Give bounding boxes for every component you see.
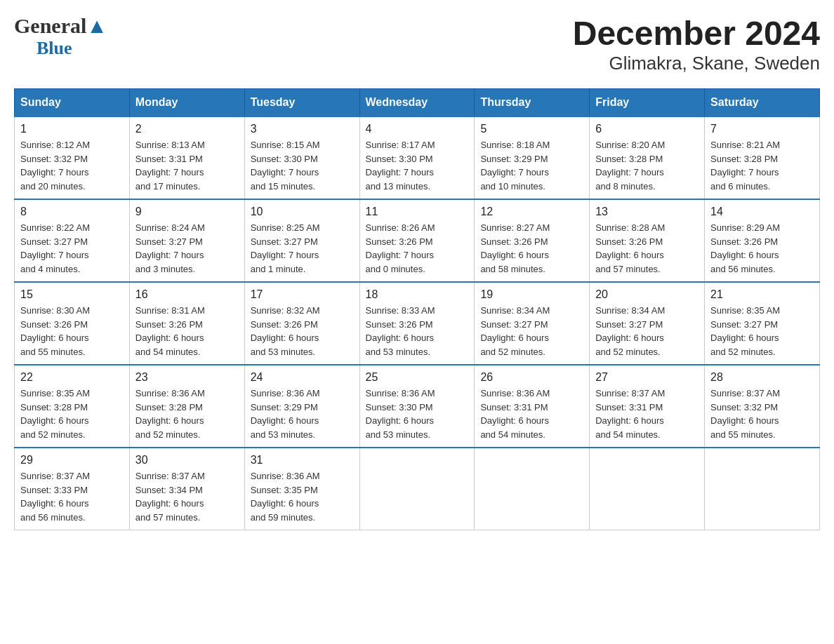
calendar-cell: 20 Sunrise: 8:34 AMSunset: 3:27 PMDaylig… xyxy=(590,282,705,365)
calendar-cell: 9 Sunrise: 8:24 AMSunset: 3:27 PMDayligh… xyxy=(129,199,244,282)
calendar-cell xyxy=(590,448,705,530)
calendar-cell: 6 Sunrise: 8:20 AMSunset: 3:28 PMDayligh… xyxy=(590,116,705,199)
calendar-cell: 11 Sunrise: 8:26 AMSunset: 3:26 PMDaylig… xyxy=(359,199,475,282)
calendar-cell: 1 Sunrise: 8:12 AMSunset: 3:32 PMDayligh… xyxy=(15,116,130,199)
day-number: 2 xyxy=(135,123,239,135)
calendar-cell: 4 Sunrise: 8:17 AMSunset: 3:30 PMDayligh… xyxy=(359,116,475,199)
calendar-cell: 29 Sunrise: 8:37 AMSunset: 3:33 PMDaylig… xyxy=(15,448,130,530)
title-block: December 2024 Glimakra, Skane, Sweden xyxy=(573,14,820,74)
day-number: 29 xyxy=(20,454,124,467)
page-header: General▲ Blue December 2024 Glimakra, Sk… xyxy=(14,14,820,74)
calendar-cell: 19 Sunrise: 8:34 AMSunset: 3:27 PMDaylig… xyxy=(475,282,590,365)
day-info: Sunrise: 8:29 AMSunset: 3:26 PMDaylight:… xyxy=(710,221,814,276)
calendar-cell: 23 Sunrise: 8:36 AMSunset: 3:28 PMDaylig… xyxy=(129,365,244,448)
day-info: Sunrise: 8:32 AMSunset: 3:26 PMDaylight:… xyxy=(251,304,354,358)
day-number: 3 xyxy=(251,123,354,135)
day-number: 17 xyxy=(251,288,354,301)
day-number: 16 xyxy=(135,288,239,301)
day-info: Sunrise: 8:37 AMSunset: 3:34 PMDaylight:… xyxy=(135,469,239,524)
calendar-cell: 2 Sunrise: 8:13 AMSunset: 3:31 PMDayligh… xyxy=(129,116,244,199)
calendar-cell: 22 Sunrise: 8:35 AMSunset: 3:28 PMDaylig… xyxy=(15,365,130,448)
calendar-table: Sunday Monday Tuesday Wednesday Thursday… xyxy=(14,88,820,530)
day-number: 14 xyxy=(710,206,814,218)
day-info: Sunrise: 8:36 AMSunset: 3:35 PMDaylight:… xyxy=(251,469,354,524)
week-row-3: 15 Sunrise: 8:30 AMSunset: 3:26 PMDaylig… xyxy=(15,282,820,365)
day-info: Sunrise: 8:25 AMSunset: 3:27 PMDaylight:… xyxy=(251,221,354,276)
week-row-4: 22 Sunrise: 8:35 AMSunset: 3:28 PMDaylig… xyxy=(15,365,820,448)
calendar-cell: 16 Sunrise: 8:31 AMSunset: 3:26 PMDaylig… xyxy=(129,282,244,365)
day-info: Sunrise: 8:30 AMSunset: 3:26 PMDaylight:… xyxy=(20,304,124,358)
day-number: 11 xyxy=(366,206,469,218)
header-row: Sunday Monday Tuesday Wednesday Thursday… xyxy=(15,89,820,117)
calendar-cell: 26 Sunrise: 8:36 AMSunset: 3:31 PMDaylig… xyxy=(475,365,590,448)
day-number: 22 xyxy=(20,371,124,384)
day-number: 30 xyxy=(135,454,239,467)
day-info: Sunrise: 8:13 AMSunset: 3:31 PMDaylight:… xyxy=(135,138,239,193)
calendar-body: 1 Sunrise: 8:12 AMSunset: 3:32 PMDayligh… xyxy=(15,116,820,530)
calendar-cell: 27 Sunrise: 8:37 AMSunset: 3:31 PMDaylig… xyxy=(590,365,705,448)
week-row-5: 29 Sunrise: 8:37 AMSunset: 3:33 PMDaylig… xyxy=(15,448,820,530)
day-info: Sunrise: 8:12 AMSunset: 3:32 PMDaylight:… xyxy=(20,138,124,193)
day-number: 26 xyxy=(480,371,583,384)
calendar-cell: 10 Sunrise: 8:25 AMSunset: 3:27 PMDaylig… xyxy=(244,199,359,282)
col-monday: Monday xyxy=(129,89,244,117)
day-number: 6 xyxy=(595,123,699,135)
calendar-cell xyxy=(705,448,820,530)
day-info: Sunrise: 8:33 AMSunset: 3:26 PMDaylight:… xyxy=(366,304,469,358)
day-number: 10 xyxy=(251,206,354,218)
calendar-cell xyxy=(475,448,590,530)
day-number: 28 xyxy=(710,371,814,384)
col-thursday: Thursday xyxy=(475,89,590,117)
page-subtitle: Glimakra, Skane, Sweden xyxy=(573,53,820,74)
day-number: 8 xyxy=(20,206,124,218)
calendar-cell: 30 Sunrise: 8:37 AMSunset: 3:34 PMDaylig… xyxy=(129,448,244,530)
calendar-cell: 28 Sunrise: 8:37 AMSunset: 3:32 PMDaylig… xyxy=(705,365,820,448)
calendar-header: Sunday Monday Tuesday Wednesday Thursday… xyxy=(15,89,820,117)
calendar-cell: 17 Sunrise: 8:32 AMSunset: 3:26 PMDaylig… xyxy=(244,282,359,365)
day-number: 20 xyxy=(595,288,699,301)
week-row-2: 8 Sunrise: 8:22 AMSunset: 3:27 PMDayligh… xyxy=(15,199,820,282)
col-wednesday: Wednesday xyxy=(359,89,475,117)
day-info: Sunrise: 8:37 AMSunset: 3:33 PMDaylight:… xyxy=(20,469,124,524)
calendar-cell: 24 Sunrise: 8:36 AMSunset: 3:29 PMDaylig… xyxy=(244,365,359,448)
col-tuesday: Tuesday xyxy=(244,89,359,117)
day-number: 25 xyxy=(366,371,469,384)
day-number: 21 xyxy=(710,288,814,301)
day-number: 9 xyxy=(135,206,239,218)
calendar-cell: 13 Sunrise: 8:28 AMSunset: 3:26 PMDaylig… xyxy=(590,199,705,282)
col-saturday: Saturday xyxy=(705,89,820,117)
calendar-cell xyxy=(359,448,475,530)
calendar-cell: 7 Sunrise: 8:21 AMSunset: 3:28 PMDayligh… xyxy=(705,116,820,199)
day-info: Sunrise: 8:36 AMSunset: 3:29 PMDaylight:… xyxy=(251,387,354,441)
day-number: 18 xyxy=(366,288,469,301)
calendar-cell: 15 Sunrise: 8:30 AMSunset: 3:26 PMDaylig… xyxy=(15,282,130,365)
page-title: December 2024 xyxy=(573,14,820,53)
day-number: 1 xyxy=(20,123,124,135)
calendar-cell: 12 Sunrise: 8:27 AMSunset: 3:26 PMDaylig… xyxy=(475,199,590,282)
day-info: Sunrise: 8:34 AMSunset: 3:27 PMDaylight:… xyxy=(480,304,583,358)
day-number: 13 xyxy=(595,206,699,218)
day-info: Sunrise: 8:20 AMSunset: 3:28 PMDaylight:… xyxy=(595,138,699,193)
day-number: 5 xyxy=(480,123,583,135)
day-number: 24 xyxy=(251,371,354,384)
col-friday: Friday xyxy=(590,89,705,117)
day-info: Sunrise: 8:35 AMSunset: 3:27 PMDaylight:… xyxy=(710,304,814,358)
col-sunday: Sunday xyxy=(15,89,130,117)
logo-text: General▲ xyxy=(14,14,107,38)
day-info: Sunrise: 8:36 AMSunset: 3:31 PMDaylight:… xyxy=(480,387,583,441)
day-number: 31 xyxy=(251,454,354,467)
day-info: Sunrise: 8:27 AMSunset: 3:26 PMDaylight:… xyxy=(480,221,583,276)
day-number: 23 xyxy=(135,371,239,384)
day-number: 19 xyxy=(480,288,583,301)
day-info: Sunrise: 8:21 AMSunset: 3:28 PMDaylight:… xyxy=(710,138,814,193)
day-info: Sunrise: 8:36 AMSunset: 3:30 PMDaylight:… xyxy=(366,387,469,441)
day-info: Sunrise: 8:18 AMSunset: 3:29 PMDaylight:… xyxy=(480,138,583,193)
calendar-cell: 25 Sunrise: 8:36 AMSunset: 3:30 PMDaylig… xyxy=(359,365,475,448)
calendar-cell: 18 Sunrise: 8:33 AMSunset: 3:26 PMDaylig… xyxy=(359,282,475,365)
day-number: 12 xyxy=(480,206,583,218)
calendar-cell: 3 Sunrise: 8:15 AMSunset: 3:30 PMDayligh… xyxy=(244,116,359,199)
day-info: Sunrise: 8:37 AMSunset: 3:32 PMDaylight:… xyxy=(710,387,814,441)
day-info: Sunrise: 8:35 AMSunset: 3:28 PMDaylight:… xyxy=(20,387,124,441)
week-row-1: 1 Sunrise: 8:12 AMSunset: 3:32 PMDayligh… xyxy=(15,116,820,199)
day-number: 4 xyxy=(366,123,469,135)
